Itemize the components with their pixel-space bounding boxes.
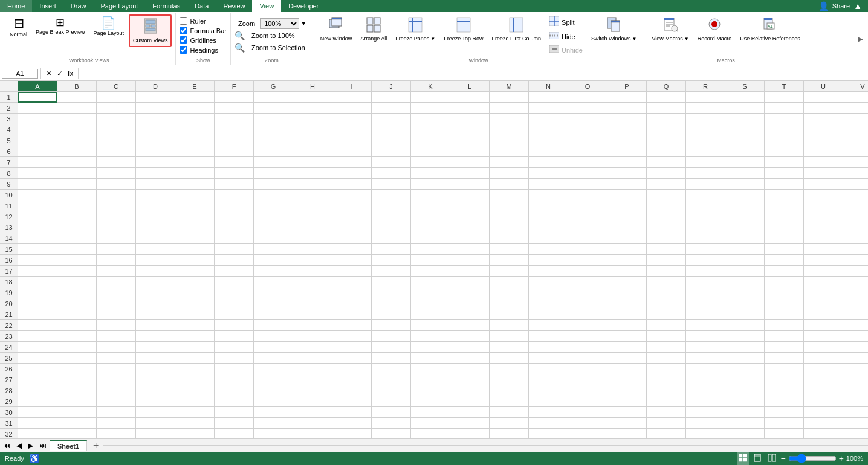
- cell-E27[interactable]: [175, 374, 215, 385]
- cell-A4[interactable]: [18, 124, 57, 135]
- cell-O22[interactable]: [568, 320, 607, 331]
- cell-F26[interactable]: [215, 364, 254, 374]
- cell-P27[interactable]: [607, 374, 647, 385]
- cell-J19[interactable]: [372, 287, 411, 298]
- cell-B1[interactable]: [57, 92, 97, 103]
- cell-L23[interactable]: [450, 331, 490, 342]
- cell-B22[interactable]: [57, 320, 97, 331]
- zoom-to-100-button[interactable]: Zoom to 100%: [248, 30, 299, 41]
- cell-N29[interactable]: [529, 396, 568, 407]
- cell-S28[interactable]: [725, 385, 765, 396]
- cell-B32[interactable]: [57, 429, 97, 438]
- cell-B30[interactable]: [57, 407, 97, 418]
- cell-N17[interactable]: [529, 266, 568, 277]
- cell-P26[interactable]: [607, 364, 647, 374]
- cell-H2[interactable]: [293, 103, 332, 114]
- cell-I1[interactable]: [332, 92, 372, 103]
- cell-G6[interactable]: [254, 146, 293, 157]
- cell-S18[interactable]: [725, 277, 765, 287]
- cell-O11[interactable]: [568, 200, 607, 211]
- cell-J13[interactable]: [372, 222, 411, 233]
- freeze-panes-button[interactable]: Freeze Panes ▼: [392, 14, 439, 45]
- cell-H16[interactable]: [293, 255, 332, 266]
- cell-U13[interactable]: [804, 222, 843, 233]
- cell-C30[interactable]: [97, 407, 136, 418]
- cell-R26[interactable]: [686, 364, 725, 374]
- cell-G14[interactable]: [254, 233, 293, 244]
- cell-S22[interactable]: [725, 320, 765, 331]
- cell-Q17[interactable]: [647, 266, 686, 277]
- cell-Q7[interactable]: [647, 157, 686, 168]
- cell-G5[interactable]: [254, 135, 293, 146]
- cell-H11[interactable]: [293, 200, 332, 211]
- cell-S10[interactable]: [725, 190, 765, 200]
- cell-I23[interactable]: [332, 331, 372, 342]
- tab-view[interactable]: View: [252, 0, 281, 12]
- cell-O6[interactable]: [568, 146, 607, 157]
- cell-M20[interactable]: [490, 298, 529, 309]
- col-header-Q[interactable]: Q: [647, 81, 686, 92]
- cell-C29[interactable]: [97, 396, 136, 407]
- sheet-nav-first[interactable]: ⏮: [0, 439, 13, 452]
- cell-G9[interactable]: [254, 179, 293, 190]
- cell-J18[interactable]: [372, 277, 411, 287]
- col-header-N[interactable]: N: [529, 81, 568, 92]
- cell-S4[interactable]: [725, 124, 765, 135]
- cell-P24[interactable]: [607, 342, 647, 353]
- cell-N28[interactable]: [529, 385, 568, 396]
- cell-V9[interactable]: [843, 179, 868, 190]
- cell-V18[interactable]: [843, 277, 868, 287]
- cell-E15[interactable]: [175, 244, 215, 255]
- cell-Q32[interactable]: [647, 429, 686, 438]
- cell-A25[interactable]: [18, 353, 57, 364]
- cell-J7[interactable]: [372, 157, 411, 168]
- cell-S2[interactable]: [725, 103, 765, 114]
- cell-V30[interactable]: [843, 407, 868, 418]
- cell-Q27[interactable]: [647, 374, 686, 385]
- cell-D9[interactable]: [136, 179, 175, 190]
- cell-O15[interactable]: [568, 244, 607, 255]
- cell-U22[interactable]: [804, 320, 843, 331]
- cell-T31[interactable]: [765, 418, 804, 429]
- cell-L20[interactable]: [450, 298, 490, 309]
- row-header-31[interactable]: 31: [0, 418, 18, 429]
- cell-F3[interactable]: [215, 114, 254, 124]
- cell-D24[interactable]: [136, 342, 175, 353]
- cell-E9[interactable]: [175, 179, 215, 190]
- cell-L17[interactable]: [450, 266, 490, 277]
- cell-M10[interactable]: [490, 190, 529, 200]
- row-header-10[interactable]: 10: [0, 190, 18, 200]
- cell-I18[interactable]: [332, 277, 372, 287]
- cell-D3[interactable]: [136, 114, 175, 124]
- cell-N6[interactable]: [529, 146, 568, 157]
- cell-U21[interactable]: [804, 309, 843, 320]
- cell-I2[interactable]: [332, 103, 372, 114]
- cell-K8[interactable]: [411, 168, 450, 179]
- cell-F16[interactable]: [215, 255, 254, 266]
- cell-H30[interactable]: [293, 407, 332, 418]
- cell-T11[interactable]: [765, 200, 804, 211]
- col-header-T[interactable]: T: [765, 81, 804, 92]
- cell-R5[interactable]: [686, 135, 725, 146]
- cell-G19[interactable]: [254, 287, 293, 298]
- cell-L18[interactable]: [450, 277, 490, 287]
- gridlines-checkbox[interactable]: [180, 36, 187, 44]
- cell-C10[interactable]: [97, 190, 136, 200]
- cell-G24[interactable]: [254, 342, 293, 353]
- cell-P21[interactable]: [607, 309, 647, 320]
- cell-N20[interactable]: [529, 298, 568, 309]
- cell-N26[interactable]: [529, 364, 568, 374]
- cell-L25[interactable]: [450, 353, 490, 364]
- cell-M23[interactable]: [490, 331, 529, 342]
- col-header-M[interactable]: M: [490, 81, 529, 92]
- cell-P8[interactable]: [607, 168, 647, 179]
- cell-D1[interactable]: [136, 92, 175, 103]
- cell-U32[interactable]: [804, 429, 843, 438]
- freeze-top-row-button[interactable]: Freeze Top Row: [440, 14, 487, 45]
- cell-M26[interactable]: [490, 364, 529, 374]
- headings-checkbox[interactable]: [180, 46, 187, 54]
- cell-N2[interactable]: [529, 103, 568, 114]
- cell-J15[interactable]: [372, 244, 411, 255]
- cell-U20[interactable]: [804, 298, 843, 309]
- cell-C25[interactable]: [97, 353, 136, 364]
